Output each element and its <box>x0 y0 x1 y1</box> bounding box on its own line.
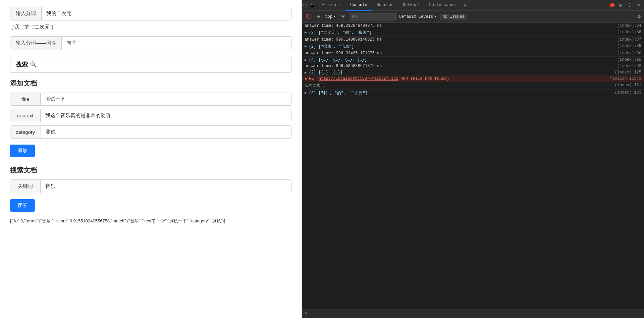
console-line: ▶(2) ["报表", "信息"](index):89 <box>302 43 644 50</box>
clear-console-icon[interactable]: 🚫 <box>304 12 314 21</box>
search-result: [{"id":3,"terms":["音乐"],"score":0.915510… <box>10 218 291 225</box>
console-array-text: (3) ["我", "的", "二次元"] <box>309 90 608 96</box>
tab-console[interactable]: Console <box>345 0 372 11</box>
console-line-number[interactable]: (index):89 <box>608 44 641 48</box>
category-input[interactable] <box>41 126 291 138</box>
console-prompt-icon: > <box>305 311 307 316</box>
pos-input[interactable] <box>62 37 291 49</box>
close-devtools-icon[interactable]: ✕ <box>636 2 641 9</box>
context-input-row: context <box>10 109 291 122</box>
console-bottom-bar: > <box>302 309 644 318</box>
console-line: 我的二次元(index):131 <box>302 82 644 90</box>
keyword-label: 关键词 <box>10 180 41 193</box>
expand-arrow[interactable]: ▶ <box>305 44 307 48</box>
search-label: 搜索 <box>16 60 28 68</box>
console-line-number[interactable]: (index):93 <box>608 64 641 68</box>
no-filter-icon[interactable]: ⊘ <box>315 12 322 21</box>
search-header[interactable]: 搜索 🔍 <box>10 56 291 73</box>
add-button[interactable]: 添加 <box>10 145 35 157</box>
console-line-number[interactable]: (index):125 <box>608 70 641 75</box>
console-line: ●GET http://localhost:1337/favicon.ico 4… <box>302 76 644 82</box>
console-line: ▶(4) [{…}, {…}, {…}, {…}](index):92 <box>302 57 644 63</box>
error-url-link[interactable]: http://localhost:1337/favicon.ico <box>319 76 398 81</box>
no-issues-button[interactable]: No Issues <box>440 14 467 20</box>
search-icon: 🔍 <box>30 61 37 68</box>
tab-performance[interactable]: Performance <box>425 0 461 11</box>
more-tabs-icon[interactable]: » <box>461 2 469 8</box>
search-doc-title: 搜索文档 <box>10 166 291 175</box>
expand-arrow[interactable]: ▶ <box>305 70 307 75</box>
devtools-toolbar: 🚫 ⊘ top ▾ 👁 Default levels ▾ No Issues ⚙ <box>302 11 644 23</box>
pos-label: 输入分词——词性 <box>10 37 62 50</box>
error-badge: 1 <box>609 3 615 7</box>
tokenize-section: 输入分词 ["我","的","二次元"] <box>10 7 291 30</box>
console-line-number[interactable]: (index):84 <box>608 23 641 28</box>
expand-arrow[interactable]: ▶ <box>305 91 307 95</box>
console-line: ▶(2) [{…}, {…}](index):125 <box>302 69 644 76</box>
pos-section: 输入分词——词性 <box>10 36 291 50</box>
expand-arrow[interactable]: ▶ <box>305 58 307 62</box>
search-section: 搜索 🔍 <box>10 56 291 73</box>
category-label: category <box>10 126 41 138</box>
console-line-number[interactable]: (index):87 <box>608 37 641 42</box>
pos-input-row: 输入分词——词性 <box>10 36 291 50</box>
console-array-text: (2) [{…}, {…}] <box>309 70 608 75</box>
default-levels-dropdown[interactable]: Default levels ▾ <box>397 13 438 20</box>
console-line-number[interactable]: (index):90 <box>608 51 641 56</box>
title-label: title <box>10 93 41 105</box>
console-line-number[interactable]: (index):92 <box>608 57 641 62</box>
context-dropdown-icon: ▾ <box>333 14 335 19</box>
console-line: answer time: 996.140869140625 ms(index):… <box>302 37 644 43</box>
inspect-icon[interactable]: ⬚ <box>302 1 308 9</box>
more-options-icon[interactable]: ⋮ <box>626 2 633 9</box>
console-line-number[interactable]: (index):86 <box>608 30 641 35</box>
context-label: top <box>325 14 332 19</box>
settings-icon-2[interactable]: ⚙ <box>637 13 642 20</box>
add-doc-section: 添加文档 title context category 添加 <box>10 79 291 160</box>
title-input[interactable] <box>41 93 291 105</box>
eye-icon[interactable]: 👁 <box>339 13 347 21</box>
settings-icon[interactable]: ⚙ <box>618 2 623 9</box>
tokenize-input-row: 输入分词 <box>10 7 291 20</box>
tokenize-result: ["我","的","二次元"] <box>10 24 291 30</box>
tab-network[interactable]: Network <box>398 0 424 11</box>
left-panel: 输入分词 ["我","的","二次元"] 输入分词——词性 搜索 🔍 添加文档 … <box>0 0 302 318</box>
console-line-number[interactable]: (index):131 <box>608 83 641 88</box>
console-text: answer time: 996.535888671875 ms <box>305 64 608 68</box>
category-input-row: category <box>10 125 291 139</box>
console-text: 我的二次元 <box>305 83 608 89</box>
console-text: answer time: 468.212646484375 ms <box>305 23 608 28</box>
console-line-number[interactable]: favicon.ico:1 <box>608 76 641 81</box>
tab-sources[interactable]: Sources <box>372 0 398 11</box>
error-icon: ● <box>305 76 307 81</box>
filter-input[interactable] <box>349 13 396 20</box>
tokenize-label: 输入分词 <box>10 7 42 20</box>
console-line: ▶(3) ["我", "的", "二次元"](index):133 <box>302 90 644 97</box>
console-line: ▶(3) ["二次元", "的", "报表"](index):86 <box>302 29 644 37</box>
console-array-text: (3) ["二次元", "的", "报表"] <box>309 30 608 36</box>
console-input[interactable] <box>310 311 641 316</box>
console-line: answer time: 996.535888671875 ms(index):… <box>302 63 644 69</box>
default-levels-arrow: ▾ <box>434 14 436 19</box>
console-text: answer time: 996.140869140625 ms <box>305 37 608 42</box>
console-error-text: GET http://localhost:1337/favicon.ico 40… <box>309 76 608 81</box>
context-selector[interactable]: top ▾ <box>323 13 337 20</box>
keyword-input[interactable] <box>41 180 291 193</box>
device-icon[interactable]: 📱 <box>308 1 317 9</box>
devtools-tab-icons: 1 ⚙ ⋮ ✕ <box>609 2 644 9</box>
expand-arrow[interactable]: ▶ <box>305 30 307 35</box>
search-button[interactable]: 搜索 <box>10 199 35 212</box>
devtools-tabs-bar: ⬚ 📱 Elements Console Sources Network Per… <box>302 0 644 11</box>
tab-elements[interactable]: Elements <box>317 0 346 11</box>
console-array-text: (2) ["报表", "信息"] <box>309 44 608 49</box>
console-line: answer time: 468.212646484375 ms(index):… <box>302 23 644 29</box>
console-output: answer time: 468.212646484375 ms(index):… <box>302 23 644 309</box>
console-array-text: (4) [{…}, {…}, {…}, {…}] <box>309 57 608 62</box>
title-input-row: title <box>10 93 291 106</box>
devtools-panel: ⬚ 📱 Elements Console Sources Network Per… <box>302 0 644 318</box>
context-label: context <box>10 109 41 122</box>
console-line-number[interactable]: (index):133 <box>608 90 641 95</box>
context-input[interactable] <box>41 109 291 122</box>
keyword-input-row: 关键词 <box>10 179 291 193</box>
tokenize-input[interactable] <box>42 7 291 20</box>
